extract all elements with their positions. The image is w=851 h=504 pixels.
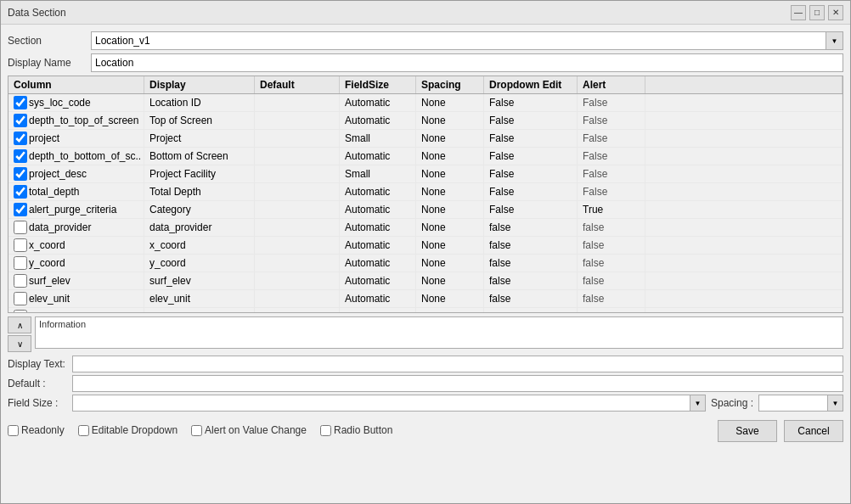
- cell-alert-11: false: [578, 290, 645, 307]
- cell-spacing-10: None: [416, 272, 484, 289]
- cell-dropdown-12: false: [484, 308, 578, 312]
- editable-dropdown-checkbox[interactable]: [78, 425, 89, 436]
- readonly-checkbox[interactable]: [8, 425, 19, 436]
- radio-button-label: Radio Button: [334, 424, 392, 436]
- section-select[interactable]: Location_v1 ▼: [91, 31, 843, 50]
- cell-alert-5: False: [578, 183, 645, 200]
- table-row: surf_elev surf_elev Automatic None false…: [8, 272, 843, 290]
- restore-button[interactable]: □: [809, 5, 825, 20]
- row-checkbox-9[interactable]: [14, 256, 27, 270]
- cell-default-1: [255, 112, 340, 129]
- cell-extra-4: [645, 165, 843, 182]
- header-display: Display: [144, 76, 255, 93]
- cell-fieldsize-6: Automatic: [340, 201, 416, 218]
- cell-alert-4: False: [578, 165, 645, 182]
- cell-column-11: elev_unit: [8, 290, 144, 307]
- cell-extra-1: [645, 112, 843, 129]
- row-checkbox-6[interactable]: [14, 203, 27, 216]
- editable-dropdown-label: Editable Dropdown: [92, 424, 178, 436]
- row-checkbox-3[interactable]: [14, 149, 27, 163]
- field-size-label: Field Size :: [8, 397, 67, 409]
- radio-button-checkbox[interactable]: [320, 425, 331, 436]
- cell-default-8: [255, 237, 340, 254]
- table-row: project_desc Project Facility Small None…: [8, 165, 843, 183]
- field-size-select[interactable]: ▼: [72, 395, 706, 412]
- cell-spacing-2: None: [416, 130, 484, 147]
- close-button[interactable]: ✕: [828, 5, 843, 20]
- alert-checkbox[interactable]: [191, 425, 202, 436]
- display-name-label: Display Name: [8, 57, 84, 69]
- cell-alert-7: false: [578, 219, 645, 236]
- spacing-select[interactable]: ▼: [758, 395, 843, 412]
- cell-dropdown-3: False: [484, 148, 578, 165]
- cell-extra-12: [645, 308, 843, 312]
- down-button[interactable]: ∨: [8, 335, 31, 352]
- display-name-input[interactable]: [91, 53, 843, 72]
- display-text-input[interactable]: [72, 356, 843, 372]
- cell-dropdown-11: false: [484, 290, 578, 307]
- row-checkbox-4[interactable]: [14, 167, 27, 181]
- default-input[interactable]: [72, 375, 843, 392]
- row-checkbox-5[interactable]: [14, 185, 27, 199]
- cell-default-11: [255, 290, 340, 307]
- cell-dropdown-1: False: [484, 112, 578, 129]
- cell-column-4: project_desc: [8, 165, 144, 182]
- header-column: Column: [8, 76, 144, 93]
- cell-spacing-9: None: [416, 255, 484, 272]
- row-checkbox-12[interactable]: [14, 310, 27, 312]
- row-checkbox-0[interactable]: [14, 96, 27, 109]
- information-box: Information: [35, 316, 843, 349]
- cell-display-1: Top of Screen: [144, 112, 255, 129]
- bottom-buttons: Save Cancel: [718, 420, 843, 442]
- cell-default-3: [255, 148, 340, 165]
- cancel-button[interactable]: Cancel: [784, 420, 843, 442]
- title-bar: Data Section — □ ✕: [1, 1, 850, 25]
- up-button[interactable]: ∧: [8, 316, 31, 333]
- window-content: Section Location_v1 ▼ Display Name Colum…: [1, 25, 850, 503]
- row-checkbox-11[interactable]: [14, 292, 27, 305]
- cell-display-11: elev_unit: [144, 290, 255, 307]
- header-extra: [645, 76, 843, 93]
- cell-fieldsize-7: Automatic: [340, 219, 416, 236]
- table-row: project Project Small None False False: [8, 130, 843, 148]
- alert-label: Alert on Value Change: [205, 424, 307, 436]
- row-checkbox-7[interactable]: [14, 221, 27, 234]
- cell-display-6: Category: [144, 201, 255, 218]
- spacing-dropdown-arrow[interactable]: ▼: [827, 395, 843, 411]
- cell-column-6: alert_purge_criteria: [8, 201, 144, 218]
- section-dropdown-arrow[interactable]: ▼: [826, 32, 843, 49]
- cell-extra-5: [645, 183, 843, 200]
- row-checkbox-10[interactable]: [14, 274, 27, 288]
- cell-dropdown-7: false: [484, 219, 578, 236]
- field-size-dropdown-arrow[interactable]: ▼: [690, 395, 705, 411]
- table-row: depth_to_top_of_screen Top of Screen Aut…: [8, 112, 843, 130]
- readonly-option[interactable]: Readonly: [8, 424, 65, 436]
- window-controls: — □ ✕: [791, 5, 843, 20]
- cell-spacing-3: None: [416, 148, 484, 165]
- cell-dropdown-5: False: [484, 183, 578, 200]
- cell-display-10: surf_elev: [144, 272, 255, 289]
- cell-default-2: [255, 130, 340, 147]
- cell-extra-9: [645, 255, 843, 272]
- row-checkbox-2[interactable]: [14, 132, 27, 145]
- alert-option[interactable]: Alert on Value Change: [191, 424, 307, 436]
- cell-column-text-7: data_provider: [29, 221, 91, 233]
- minimize-button[interactable]: —: [791, 5, 806, 20]
- radio-option[interactable]: Radio Button: [320, 424, 392, 436]
- cell-column-text-6: alert_purge_criteria: [29, 204, 116, 216]
- row-checkbox-1[interactable]: [14, 114, 27, 127]
- cell-display-5: Total Depth: [144, 183, 255, 200]
- save-button[interactable]: Save: [718, 420, 777, 442]
- cell-alert-8: false: [578, 237, 645, 254]
- display-text-row: Display Text:: [8, 356, 843, 372]
- cell-dropdown-10: false: [484, 272, 578, 289]
- table-row: coord_type_code coord_type_code Automati…: [8, 308, 843, 312]
- editable-dropdown-option[interactable]: Editable Dropdown: [78, 424, 178, 436]
- cell-fieldsize-10: Automatic: [340, 272, 416, 289]
- row-checkbox-8[interactable]: [14, 238, 27, 252]
- cell-display-8: x_coord: [144, 237, 255, 254]
- display-name-row: Display Name: [8, 53, 843, 72]
- cell-column-text-1: depth_to_top_of_screen: [29, 115, 138, 126]
- data-table: Column Display Default FieldSize Spacing…: [8, 76, 843, 313]
- cell-spacing-6: None: [416, 201, 484, 218]
